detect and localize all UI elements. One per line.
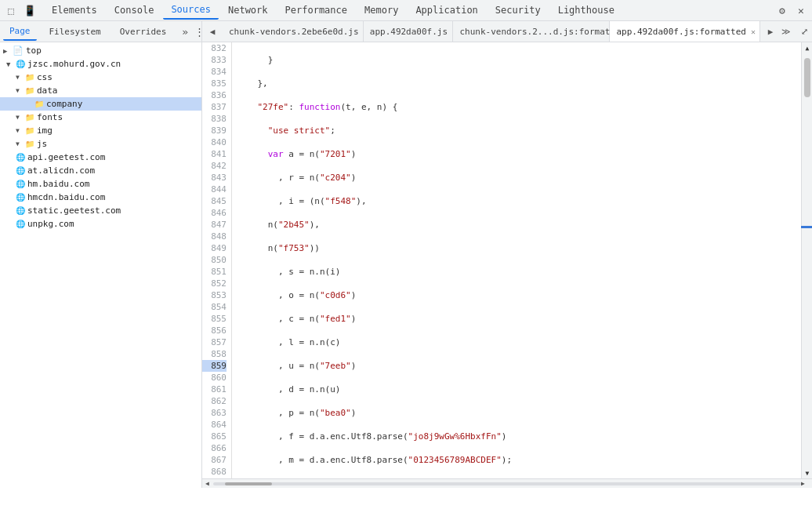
- nav-performance[interactable]: Performance: [277, 2, 355, 19]
- tab-label: chunk-vendors.2...d.js:formatted: [459, 27, 625, 37]
- close-devtools-icon[interactable]: ✕: [793, 2, 809, 18]
- code-line-832: }: [237, 54, 801, 66]
- tab-filesystem[interactable]: Filesystem: [43, 24, 107, 40]
- scroll-left-arrow[interactable]: ◀: [205, 480, 213, 487]
- folder-icon: 📁: [25, 126, 34, 135]
- nav-security[interactable]: Security: [488, 2, 549, 19]
- domain-icon: 🌐: [16, 206, 25, 215]
- line-num: 846: [202, 207, 227, 219]
- nav-application[interactable]: Application: [408, 2, 485, 19]
- line-num: 843: [202, 172, 227, 184]
- sidebar-item-hmcdn-baidu[interactable]: 🌐 hmcdn.baidu.com: [0, 191, 201, 204]
- sidebar-item-domain-jzsc[interactable]: ▼ 🌐 jzsc.mohurd.gov.cn: [0, 57, 201, 71]
- tab-chunk-vendors-formatted[interactable]: chunk-vendors.2...d.js:formatted: [453, 21, 610, 42]
- sidebar-item-label: hmcdn.baidu.com: [27, 192, 105, 202]
- scroll-thumb[interactable]: [804, 58, 810, 97]
- sidebar-gear-icon[interactable]: ⋮: [194, 26, 202, 38]
- folder-icon: 📁: [34, 100, 44, 108]
- arrow-icon: ▼: [16, 114, 25, 121]
- tab-chunk-vendors-2ebe[interactable]: chunk-vendors.2ebe6e0d.js: [223, 21, 364, 42]
- sidebar-item-label: static.geetest.com: [27, 205, 121, 216]
- tab-scroll-left-icon[interactable]: ◀: [205, 24, 219, 38]
- more-tabs-icon[interactable]: »: [182, 26, 188, 38]
- nav-elements[interactable]: Elements: [44, 2, 105, 19]
- sidebar-item-img[interactable]: ▼ 📁 img: [0, 124, 201, 137]
- tab-page[interactable]: Page: [3, 23, 37, 41]
- scroll-up-arrow[interactable]: ▲: [803, 44, 811, 52]
- code-line-848: , f = d.a.enc.Utf8.parse("jo8j9wGw%6Hbxf…: [237, 431, 801, 442]
- sidebar-item-label: unpkg.com: [27, 219, 74, 229]
- line-num: 848: [202, 231, 227, 242]
- code-scroll-area[interactable]: 832 833 834 835 836 837 838 839 840 841 …: [202, 42, 801, 478]
- tab-more-icon[interactable]: ≫: [779, 24, 793, 38]
- sidebar-item-company[interactable]: 📁 company: [0, 97, 201, 111]
- code-line-835: "use strict";: [237, 125, 801, 136]
- sidebar-item-js[interactable]: ▼ 📁 js: [0, 137, 201, 151]
- sidebar-item-geetest[interactable]: 🌐 api.geetest.com: [0, 151, 201, 164]
- sidebar-item-top[interactable]: ▶ 📄 top: [0, 44, 201, 57]
- code-line-849: , m = d.a.enc.Utf8.parse("0123456789ABCD…: [237, 454, 801, 466]
- tab-app-formatted[interactable]: app.492da00f.js:formatted ✕: [610, 21, 760, 42]
- line-num: 835: [202, 78, 227, 89]
- line-num: 869: [202, 478, 227, 478]
- scroll-down-arrow[interactable]: ▼: [803, 469, 811, 477]
- sidebar-item-fonts[interactable]: ▼ 📁 fonts: [0, 111, 201, 124]
- code-content: 832 833 834 835 836 837 838 839 840 841 …: [202, 42, 801, 478]
- sidebar-item-alicdn[interactable]: 🌐 at.alicdn.com: [0, 164, 201, 177]
- code-line-839: n("2b45"),: [237, 219, 801, 231]
- tab-scroll-right-icon[interactable]: ▶: [763, 24, 778, 38]
- line-num: 840: [202, 136, 227, 148]
- tab-app-492da00f[interactable]: app.492da00f.js: [364, 21, 454, 42]
- nav-memory[interactable]: Memory: [357, 2, 406, 19]
- sidebar-item-data[interactable]: ▼ 📁 data: [0, 84, 201, 97]
- nav-network[interactable]: Network: [220, 2, 276, 19]
- nav-lighthouse[interactable]: Lighthouse: [550, 2, 622, 19]
- folder-icon: 📁: [25, 86, 34, 95]
- scroll-thumb-h[interactable]: [225, 482, 272, 485]
- tab-label: chunk-vendors.2ebe6e0d.js: [229, 27, 359, 37]
- code-lines[interactable]: } }, "27fe": function(t, e, n) { "use st…: [232, 42, 801, 478]
- tab-close-icon[interactable]: ✕: [751, 27, 756, 36]
- line-num: 844: [202, 184, 227, 195]
- settings-icon[interactable]: ⚙: [774, 2, 790, 18]
- domain-icon: 🌐: [16, 180, 25, 188]
- line-num: 852: [202, 278, 227, 289]
- sidebar-item-label: at.alicdn.com: [27, 165, 95, 176]
- sidebar-item-static-geetest[interactable]: 🌐 static.geetest.com: [0, 204, 201, 217]
- sidebar-item-css[interactable]: ▼ 📁 css: [0, 71, 201, 84]
- line-num: 849: [202, 242, 227, 254]
- nav-sources[interactable]: Sources: [163, 1, 219, 20]
- top-nav-bar: ⬚ 📱 Elements Console Sources Network Per…: [0, 0, 812, 21]
- code-line-834: "27fe": function(t, e, n) {: [237, 101, 801, 113]
- horizontal-scrollbar[interactable]: ◀ ▶: [202, 478, 812, 488]
- line-num: 845: [202, 195, 227, 207]
- line-num: 850: [202, 254, 227, 266]
- sidebar-item-hm-baidu[interactable]: 🌐 hm.baidu.com: [0, 177, 201, 191]
- folder-icon: 📁: [25, 73, 34, 82]
- line-numbers: 832 833 834 835 836 837 838 839 840 841 …: [202, 42, 232, 478]
- sidebar-item-label: fonts: [37, 112, 63, 122]
- sidebar-item-unpkg[interactable]: 🌐 unpkg.com: [0, 217, 201, 231]
- arrow-icon: ▼: [16, 127, 25, 134]
- arrow-icon: ▼: [16, 140, 25, 147]
- code-line-843: , c = n("fed1"): [237, 313, 801, 325]
- code-line-850: function h(t) { t = "95780ba0943730051dc…: [237, 478, 801, 478]
- arrow-icon: ▶: [3, 47, 13, 55]
- inspect-icon[interactable]: ⬚: [3, 2, 19, 18]
- folder-icon: 📄: [13, 45, 24, 56]
- sidebar: Page Filesystem Overrides » ⋮ ▶ 📄 top ▼ …: [0, 21, 202, 488]
- line-num: 847: [202, 219, 227, 231]
- scroll-right-arrow[interactable]: ▶: [801, 480, 809, 487]
- line-num: 841: [202, 148, 227, 160]
- sidebar-item-label: hm.baidu.com: [27, 179, 89, 189]
- tab-overrides[interactable]: Overrides: [114, 24, 173, 40]
- nav-console[interactable]: Console: [107, 2, 162, 19]
- sidebar-item-label: data: [37, 85, 58, 96]
- line-num: 865: [202, 431, 227, 442]
- device-icon[interactable]: 📱: [22, 2, 38, 18]
- domain-icon: 🌐: [16, 193, 25, 202]
- file-tabs: chunk-vendors.2ebe6e0d.js app.492da00f.j…: [223, 21, 760, 42]
- vertical-scrollbar[interactable]: ▲ ▼: [801, 42, 812, 478]
- expand-icon[interactable]: ⤢: [796, 27, 812, 37]
- sidebar-tab-bar: Page Filesystem Overrides » ⋮: [0, 21, 201, 42]
